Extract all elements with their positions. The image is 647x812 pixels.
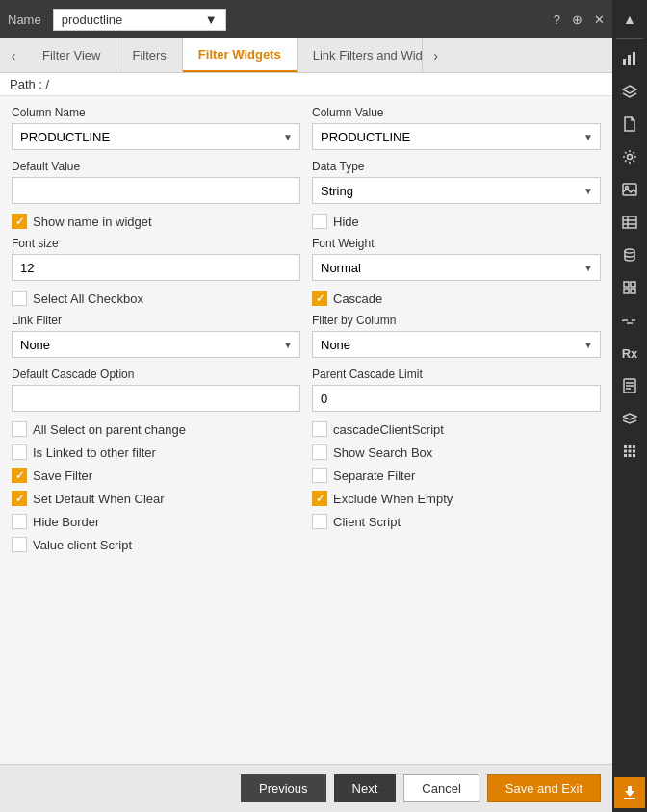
column-value-group: Column Value PRODUCTLINE xyxy=(312,106,601,150)
linked-filter-checkbox[interactable] xyxy=(12,444,27,460)
tab-filters[interactable]: Filters xyxy=(116,38,182,72)
save-filter-checkbox[interactable] xyxy=(12,468,27,483)
path-bar: Path : / xyxy=(0,73,612,96)
sidebar-up-icon[interactable]: ▲ xyxy=(614,4,645,35)
svg-rect-29 xyxy=(633,454,635,457)
column-value-select-wrapper[interactable]: PRODUCTLINE xyxy=(312,123,601,150)
column-value-select[interactable]: PRODUCTLINE xyxy=(312,123,601,150)
cascade-label: Cascade xyxy=(333,292,382,306)
all-select-parent-checkbox[interactable] xyxy=(12,421,27,437)
next-button[interactable]: Next xyxy=(334,774,397,802)
column-name-select[interactable]: PRODUCTLINE xyxy=(12,123,300,150)
link-filter-select-wrapper[interactable]: None xyxy=(12,331,300,358)
value-client-checkbox[interactable] xyxy=(12,537,27,552)
linked-filter-label: Is Linked to other filter xyxy=(33,445,156,460)
tab-filter-widgets[interactable]: Filter Widgets xyxy=(183,38,298,72)
close-icon[interactable]: ✕ xyxy=(594,13,605,27)
show-name-label: Show name in widget xyxy=(33,215,152,229)
svg-rect-23 xyxy=(633,445,635,448)
default-value-input[interactable] xyxy=(12,177,300,204)
sidebar-grid-icon[interactable] xyxy=(614,272,645,303)
sidebar-settings-icon[interactable] xyxy=(614,141,645,172)
sidebar-layers-icon[interactable] xyxy=(614,76,645,107)
data-type-group: Data Type String xyxy=(312,160,601,204)
exclude-empty-checkbox[interactable] xyxy=(312,491,327,506)
sidebar-database-icon[interactable] xyxy=(614,240,645,270)
show-name-checkbox[interactable] xyxy=(12,214,27,229)
save-exit-button[interactable]: Save and Exit xyxy=(487,774,601,802)
filter-by-column-select-wrapper[interactable]: None xyxy=(312,331,601,358)
hide-label: Hide xyxy=(333,215,359,229)
link-filter-label: Link Filter xyxy=(12,314,300,327)
svg-rect-13 xyxy=(631,282,635,287)
link-filter-group: Link Filter None xyxy=(12,314,300,358)
svg-rect-28 xyxy=(629,454,632,457)
hide-group: Hide xyxy=(312,214,601,229)
move-icon[interactable]: ⊕ xyxy=(572,13,582,27)
name-dropdown-arrow: ▼ xyxy=(205,13,218,27)
tabs-forward-arrow[interactable]: › xyxy=(423,38,450,72)
font-size-group: Font size xyxy=(12,237,300,281)
row-show-hide: Show name in widget Hide xyxy=(12,214,601,229)
font-weight-select[interactable]: Normal xyxy=(312,254,601,281)
sidebar-chart-icon[interactable] xyxy=(614,43,645,74)
svg-rect-0 xyxy=(623,59,626,65)
sidebar-image-icon[interactable] xyxy=(614,174,645,205)
cascade-checkbox[interactable] xyxy=(312,291,327,306)
svg-rect-14 xyxy=(624,289,629,293)
previous-button[interactable]: Previous xyxy=(241,774,326,802)
svg-rect-1 xyxy=(628,55,631,65)
sidebar-rx-icon[interactable]: Rx xyxy=(614,338,645,368)
all-select-parent-label: All Select on parent change xyxy=(33,422,186,437)
svg-rect-27 xyxy=(624,454,627,457)
tabs-back-arrow[interactable]: ‹ xyxy=(0,38,27,72)
sidebar-apps-icon[interactable] xyxy=(614,436,645,467)
tab-filter-view[interactable]: Filter View xyxy=(27,38,116,72)
row-cb-6: Value client Script xyxy=(12,537,601,552)
cascade-client-checkbox[interactable] xyxy=(312,421,327,437)
sidebar-file-icon[interactable] xyxy=(614,109,645,140)
show-search-group: Show Search Box xyxy=(312,444,601,460)
hide-checkbox[interactable] xyxy=(312,214,327,229)
all-select-parent-group: All Select on parent change xyxy=(12,421,300,437)
sidebar-doc-icon[interactable] xyxy=(614,370,645,401)
cancel-button[interactable]: Cancel xyxy=(403,774,479,802)
svg-rect-25 xyxy=(629,450,632,453)
show-search-checkbox[interactable] xyxy=(312,444,327,460)
sidebar-table-icon[interactable] xyxy=(614,207,645,238)
data-type-select[interactable]: String xyxy=(312,177,601,204)
font-size-input[interactable] xyxy=(12,254,300,281)
svg-rect-31 xyxy=(624,798,635,799)
default-cascade-label: Default Cascade Option xyxy=(12,368,300,381)
select-all-checkbox[interactable] xyxy=(12,291,27,306)
sidebar-stack-icon[interactable] xyxy=(614,403,645,434)
set-default-checkbox[interactable] xyxy=(12,491,27,506)
column-name-select-wrapper[interactable]: PRODUCTLINE xyxy=(12,123,300,150)
name-dropdown[interactable]: productline ▼ xyxy=(53,9,226,31)
help-icon[interactable]: ? xyxy=(554,13,560,27)
default-cascade-input[interactable] xyxy=(12,385,300,412)
font-weight-select-wrapper[interactable]: Normal xyxy=(312,254,601,281)
svg-point-11 xyxy=(625,249,634,253)
row-cb-5: Hide Border Client Script xyxy=(12,514,601,529)
sidebar-link-icon[interactable] xyxy=(614,305,645,336)
filter-by-column-select[interactable]: None xyxy=(312,331,601,358)
link-filter-select[interactable]: None xyxy=(12,331,300,358)
svg-rect-12 xyxy=(624,282,629,287)
data-type-select-wrapper[interactable]: String xyxy=(312,177,601,204)
tab-link-filters[interactable]: Link Filters and Widge... xyxy=(298,38,423,72)
value-client-group: Value client Script xyxy=(12,537,300,552)
save-filter-label: Save Filter xyxy=(33,469,92,483)
parent-cascade-group: Parent Cascade Limit xyxy=(312,368,601,412)
svg-marker-30 xyxy=(625,786,634,797)
sidebar-download-icon[interactable] xyxy=(614,777,645,808)
linked-filter-group: Is Linked to other filter xyxy=(12,444,300,460)
tabs-bar: ‹ Filter View Filters Filter Widgets Lin… xyxy=(0,38,612,73)
path-text: Path : / xyxy=(10,77,49,91)
client-script-checkbox[interactable] xyxy=(312,514,327,529)
separate-filter-checkbox[interactable] xyxy=(312,468,327,483)
parent-cascade-input[interactable] xyxy=(312,385,601,412)
select-all-label: Select All Checkbox xyxy=(33,292,143,306)
row-select-cascade: Select All Checkbox Cascade xyxy=(12,291,601,306)
hide-border-checkbox[interactable] xyxy=(12,514,27,529)
